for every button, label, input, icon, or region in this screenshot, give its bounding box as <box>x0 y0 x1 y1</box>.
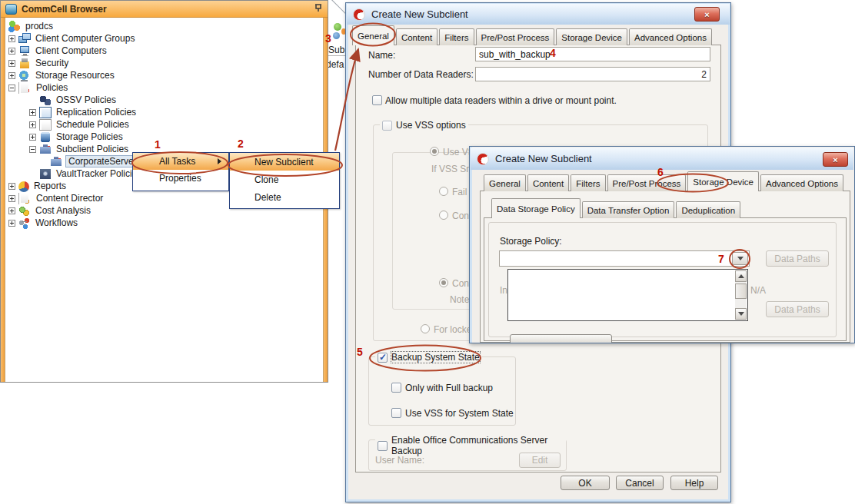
menu-item-label[interactable]: Delete <box>255 192 281 203</box>
tree-expander-icon[interactable] <box>29 134 36 141</box>
tree-item-label[interactable]: Storage Policies <box>55 131 125 142</box>
menu-item-label[interactable]: New Subclient <box>255 157 314 167</box>
tree-item[interactable]: prodcs <box>5 20 323 32</box>
pin-icon[interactable] <box>314 3 323 15</box>
dropdown-scrollbar[interactable] <box>735 270 747 320</box>
tree-item[interactable]: OSSV Policies <box>5 94 323 106</box>
tab-label[interactable]: Filters <box>444 33 468 42</box>
subtab-label[interactable]: Data Transfer Option <box>587 206 670 215</box>
dialog-tab[interactable]: Advanced Options <box>760 174 843 191</box>
dialog-titlebar[interactable]: Create New Subclient <box>471 148 853 170</box>
tree-item[interactable]: Client Computer Groups <box>5 32 323 45</box>
tree-item-label[interactable]: prodcs <box>24 21 55 32</box>
storage-subtab[interactable]: Deduplication <box>676 201 740 218</box>
tree-item-label[interactable]: Client Computers <box>34 45 108 56</box>
dialog-tab[interactable]: General <box>352 25 394 45</box>
dialog-tab[interactable]: General <box>484 174 526 191</box>
menu-item[interactable]: All Tasks <box>133 153 228 170</box>
close-icon[interactable]: × <box>694 7 720 22</box>
close-icon[interactable]: × <box>823 152 848 167</box>
tab-label[interactable]: Advanced Options <box>634 33 707 42</box>
continue-reset-radio[interactable] <box>439 211 448 220</box>
tree-item-label[interactable]: Reports <box>32 181 68 191</box>
tab-label[interactable]: Storage Device <box>693 177 754 187</box>
ok-button[interactable]: OK <box>561 476 610 490</box>
locked-files-radio[interactable] <box>421 324 430 333</box>
tree-expander-icon[interactable] <box>29 121 36 128</box>
dialog-tab[interactable]: Advanced Options <box>629 28 712 45</box>
dialog-tab[interactable]: Pre/Post Process <box>476 28 555 45</box>
tab-label[interactable]: Content <box>533 179 564 188</box>
tree-item-label[interactable]: Storage Resources <box>34 70 116 81</box>
tree-item-label[interactable]: Security <box>34 58 70 68</box>
tree-expander-icon[interactable] <box>29 109 36 116</box>
tree-expander-icon[interactable] <box>8 207 15 214</box>
tab-label[interactable]: Pre/Post Process <box>613 179 681 188</box>
menu-item[interactable]: Clone <box>230 171 339 188</box>
tree-expander-icon[interactable] <box>8 195 15 202</box>
dropdown-item[interactable] <box>508 307 747 319</box>
menu-item[interactable]: Properties <box>133 170 228 187</box>
tree-expander-icon[interactable] <box>8 48 15 55</box>
fail-job-radio[interactable] <box>439 187 448 196</box>
edit-button[interactable]: Edit <box>519 453 561 468</box>
dialog-tab[interactable]: Filters <box>439 28 474 45</box>
storage-subtab[interactable]: Data Transfer Option <box>582 201 675 218</box>
tree-expander-icon[interactable] <box>29 146 36 153</box>
tab-label[interactable]: Storage Device <box>561 33 622 42</box>
dialog-titlebar[interactable]: Create New Subclient <box>347 4 730 25</box>
help-button[interactable]: Help <box>670 476 718 490</box>
cancel-button[interactable]: Cancel <box>616 476 664 490</box>
scrollbar-thumb[interactable] <box>735 284 747 299</box>
data-paths-button-2[interactable]: Data Paths <box>766 301 829 317</box>
storage-policy-dropdown-arrow[interactable] <box>732 252 748 265</box>
tab-label[interactable]: Content <box>401 33 432 42</box>
storage-policy-combo[interactable] <box>499 250 750 267</box>
tree-item[interactable]: Security <box>5 57 323 69</box>
tree-expander-icon[interactable] <box>8 60 15 67</box>
dialog-tab[interactable]: Pre/Post Process <box>607 174 687 191</box>
tree-item-label[interactable]: Policies <box>35 82 69 93</box>
menu-item-label[interactable]: Properties <box>159 173 201 184</box>
tree-item[interactable]: Storage Policies <box>5 131 323 143</box>
tree-item[interactable]: Replication Policies <box>5 106 323 118</box>
tree-item-label[interactable]: Content Director <box>35 193 105 204</box>
tree-expander-icon[interactable] <box>8 85 15 91</box>
partial-cropped-button[interactable] <box>510 334 612 343</box>
tree-item-label[interactable]: Schedule Policies <box>55 119 131 130</box>
menu-item[interactable]: Delete <box>230 188 339 206</box>
tab-label[interactable]: General <box>358 32 389 41</box>
scroll-down-icon[interactable] <box>735 308 747 320</box>
dialog-tab[interactable]: Storage Device <box>687 171 759 191</box>
dropdown-item[interactable] <box>508 282 747 294</box>
dropdown-item[interactable] <box>508 294 747 307</box>
continue-noreset-radio[interactable] <box>439 278 448 287</box>
tree-item-label[interactable]: VaultTracker Policies <box>55 168 143 179</box>
dialog-tab[interactable]: Content <box>527 174 569 191</box>
use-vss-system-state-checkbox[interactable] <box>391 408 401 418</box>
tree-item-label[interactable]: Replication Policies <box>55 107 138 118</box>
tab-label[interactable]: Filters <box>576 179 600 188</box>
tree-expander-icon[interactable] <box>8 72 15 79</box>
tab-label[interactable]: Advanced Options <box>766 179 838 188</box>
use-vss-options-checkbox[interactable] <box>382 121 392 131</box>
only-full-backup-checkbox[interactable] <box>391 383 401 393</box>
subtab-label[interactable]: Deduplication <box>681 206 735 215</box>
tree-item[interactable]: Workflows <box>5 217 323 229</box>
tree-item-label[interactable]: Client Computer Groups <box>34 33 136 44</box>
tree-expander-icon[interactable] <box>8 220 15 227</box>
tree-expander-icon[interactable] <box>8 35 15 42</box>
tree-item[interactable]: Policies <box>5 81 323 94</box>
tree-item-label[interactable]: OSSV Policies <box>55 94 118 105</box>
menu-item-label[interactable]: Clone <box>255 174 278 185</box>
storage-subtab[interactable]: Data Storage Policy <box>491 198 581 218</box>
name-input[interactable] <box>475 47 710 61</box>
tree-item-label[interactable]: Cost Analysis <box>34 205 92 216</box>
tab-label[interactable]: Pre/Post Process <box>481 33 550 42</box>
tab-label[interactable]: General <box>489 179 521 188</box>
readers-input[interactable] <box>475 67 710 81</box>
backup-system-state-checkbox[interactable] <box>378 353 388 363</box>
dialog-tab[interactable]: Content <box>396 28 437 45</box>
enable-ocs-checkbox[interactable] <box>378 441 388 451</box>
tree-item-label[interactable]: Subclient Policies <box>55 144 130 154</box>
